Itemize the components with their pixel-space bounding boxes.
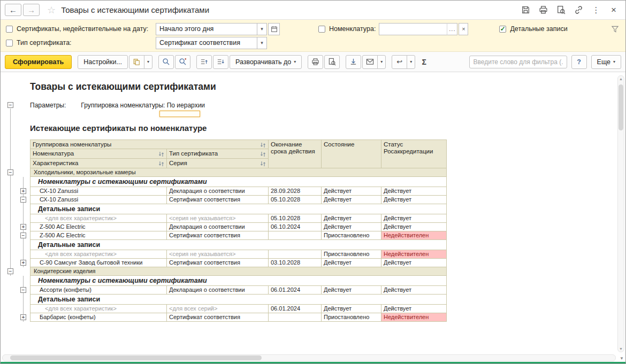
sort-icon[interactable] bbox=[158, 161, 164, 167]
cert-date-combobox[interactable]: Начало этого дня ▾ bbox=[156, 23, 267, 35]
generate-button[interactable]: Сформировать bbox=[5, 55, 72, 69]
print-button[interactable] bbox=[308, 55, 323, 69]
cell-status[interactable]: Действует bbox=[381, 223, 447, 231]
cell-group-label[interactable]: Кондитерские изделия bbox=[30, 267, 447, 276]
cell-state[interactable]: Приостановлено bbox=[322, 231, 381, 240]
kebab-menu-icon[interactable]: ⋮ bbox=[591, 5, 601, 16]
cell-section-label[interactable]: Номенклатуры с истекающими сертификатами bbox=[30, 177, 447, 187]
cert-date-dropdown-button[interactable]: ▾ bbox=[257, 23, 267, 35]
cert-type-value[interactable]: Сертификат соответствия bbox=[156, 37, 257, 49]
cell-status[interactable]: Недействителен bbox=[381, 250, 447, 259]
header-characteristic[interactable]: Характеристика bbox=[30, 159, 167, 168]
cell-state[interactable]: Действует bbox=[322, 214, 381, 223]
cert-date-checkbox[interactable] bbox=[6, 26, 13, 33]
cell-state[interactable]: Приостановлено bbox=[322, 250, 381, 259]
send-email-button[interactable] bbox=[362, 55, 378, 69]
cert-type-combobox[interactable]: Сертификат соответствия ▾ bbox=[156, 37, 267, 49]
cell-nomenclature[interactable]: Z-500 AC Electric bbox=[30, 231, 167, 240]
cell-group-label[interactable]: Холодильники, морозильные камеры bbox=[30, 168, 447, 177]
close-button[interactable]: × bbox=[608, 5, 619, 16]
sort-icon[interactable] bbox=[260, 142, 266, 148]
cell-state[interactable]: Действует bbox=[322, 286, 381, 295]
collapse-levels-button[interactable] bbox=[196, 55, 212, 69]
nomenclature-checkbox[interactable] bbox=[318, 26, 325, 33]
scroll-corner-icon[interactable]: ▼ bbox=[620, 356, 624, 361]
cell-expiry-date[interactable]: 06.10.2024 bbox=[269, 223, 322, 231]
cell-expiry-date[interactable]: 28.09.2028 bbox=[269, 187, 322, 196]
horizontal-scrollbar-thumb[interactable] bbox=[10, 355, 262, 360]
cell-status[interactable]: Действует bbox=[381, 259, 447, 267]
cell-nomenclature[interactable]: СХ-10 Zanussi bbox=[30, 187, 167, 196]
cell-subsection-label[interactable]: Детальные записи bbox=[30, 204, 447, 214]
header-cert-type[interactable]: Тип сертификата bbox=[167, 149, 269, 159]
cell-status[interactable]: Действует bbox=[381, 214, 447, 223]
print-preview-button[interactable] bbox=[324, 55, 340, 69]
cell-status[interactable]: Недействителен bbox=[381, 231, 447, 240]
detailed-records-checkbox[interactable]: ✓ bbox=[499, 26, 506, 33]
help-button[interactable]: ? bbox=[571, 55, 587, 69]
cell-section-label[interactable]: Номенклатуры с истекающими сертификатами bbox=[30, 276, 447, 286]
cell-status[interactable]: Недействителен bbox=[381, 313, 447, 322]
nomenclature-clear-button[interactable]: × bbox=[459, 23, 468, 35]
cell-cert-type[interactable]: Сертификат соответствия bbox=[167, 313, 269, 322]
cell-state[interactable]: Приостановлено bbox=[322, 313, 381, 322]
settings-variants-dropdown[interactable]: ▾ bbox=[144, 55, 152, 69]
cell-nomenclature[interactable]: <для всех характеристик> bbox=[30, 250, 167, 259]
report-root-expander-icon[interactable]: − bbox=[7, 102, 13, 108]
settings-button[interactable]: Настройки... bbox=[78, 55, 128, 69]
cell-expiry-date[interactable]: 05.10.2028 bbox=[269, 196, 322, 204]
nomenclature-input[interactable] bbox=[379, 23, 447, 35]
cell-nomenclature[interactable]: СХ-10 Zanussi bbox=[30, 196, 167, 204]
cell-expiry-date[interactable] bbox=[269, 250, 322, 259]
cell-cert-type[interactable]: Сертификат соответствия bbox=[167, 259, 269, 267]
scroll-down-icon[interactable]: ▼ bbox=[618, 347, 624, 351]
sort-icon[interactable] bbox=[158, 151, 164, 157]
cell-cert-type[interactable]: <для всех серий> bbox=[167, 305, 269, 313]
cell-subsection-label[interactable]: Детальные записи bbox=[30, 295, 447, 305]
cell-cert-type[interactable]: <серия не указывается> bbox=[167, 214, 269, 223]
row-expander-icon[interactable]: + bbox=[20, 260, 26, 266]
selected-cell[interactable] bbox=[159, 111, 200, 117]
cell-nomenclature[interactable]: Z-500 AC Electric bbox=[30, 223, 167, 231]
cert-date-value[interactable]: Начало этого дня bbox=[156, 23, 257, 35]
cell-cert-type[interactable]: Сертификат соответствия bbox=[167, 231, 269, 240]
cell-state[interactable]: Действует bbox=[322, 196, 381, 204]
scroll-up-icon[interactable]: ▲ bbox=[618, 77, 624, 81]
row-expander-icon[interactable]: + bbox=[20, 188, 26, 194]
cell-status[interactable]: Действует bbox=[381, 196, 447, 204]
cert-date-calendar-button[interactable] bbox=[268, 23, 280, 35]
search-button[interactable] bbox=[158, 55, 174, 69]
save-icon[interactable] bbox=[520, 5, 531, 16]
cell-expiry-date[interactable] bbox=[269, 231, 322, 240]
cell-expiry-date[interactable]: 05.10.2028 bbox=[269, 214, 322, 223]
find-on-page-icon[interactable] bbox=[555, 5, 566, 16]
cell-cert-type[interactable]: Декларация о соответствии bbox=[167, 223, 269, 231]
sort-icon[interactable] bbox=[260, 161, 266, 167]
favorites-star-icon[interactable]: ☆ bbox=[47, 4, 56, 16]
header-series[interactable]: Серия bbox=[167, 159, 269, 168]
header-state[interactable]: Состояние bbox=[322, 140, 381, 168]
cell-cert-type[interactable]: <серия не указывается> bbox=[167, 250, 269, 259]
vertical-scrollbar-thumb[interactable] bbox=[619, 84, 623, 130]
expand-to-button[interactable]: Разворачивать до ▾ bbox=[230, 55, 302, 69]
cell-status[interactable]: Действует bbox=[381, 286, 447, 295]
quick-filter-input[interactable] bbox=[469, 56, 567, 68]
cell-status[interactable]: Действует bbox=[381, 305, 447, 313]
row-expander-icon[interactable]: − bbox=[20, 233, 26, 238]
report-params-value[interactable]: Группировка номенклатуры: По иерархии bbox=[81, 102, 205, 110]
cell-nomenclature[interactable]: Барбарис (конфеты) bbox=[30, 313, 167, 322]
cell-state[interactable]: Действует bbox=[322, 223, 381, 231]
horizontal-scrollbar[interactable] bbox=[2, 354, 616, 361]
cell-expiry-date[interactable]: 06.01.2024 bbox=[269, 305, 322, 313]
nomenclature-select-button[interactable]: ... bbox=[447, 23, 457, 35]
cell-expiry-date[interactable]: 06.01.2024 bbox=[269, 286, 322, 295]
header-nomenclature[interactable]: Номенклатура bbox=[30, 149, 167, 159]
cert-type-checkbox[interactable] bbox=[6, 40, 13, 47]
row-expander-icon[interactable]: − bbox=[20, 287, 26, 293]
print-icon[interactable] bbox=[538, 5, 548, 16]
header-grouping[interactable]: Группировка номенклатуры bbox=[30, 140, 269, 149]
row-expander-icon[interactable]: − bbox=[20, 197, 26, 203]
back-button[interactable]: ← bbox=[5, 4, 21, 16]
settings-variants-button[interactable] bbox=[129, 55, 144, 69]
link-icon[interactable] bbox=[573, 5, 584, 16]
